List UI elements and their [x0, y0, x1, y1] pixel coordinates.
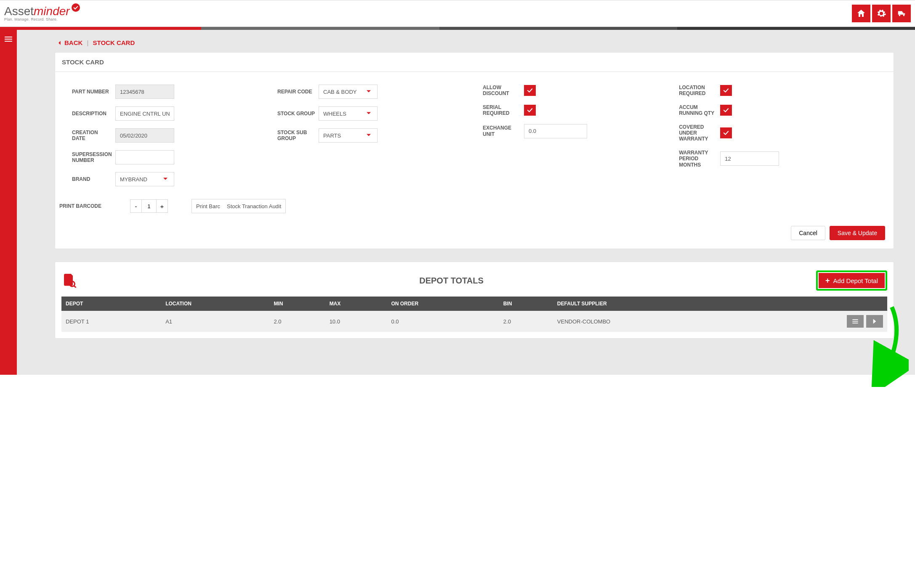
accum-running-qty-label: ACCUM RUNNING QTY [679, 104, 717, 117]
cell-location: A1 [161, 311, 269, 332]
cell-onorder: 0.0 [387, 311, 499, 332]
stock-sub-group-select[interactable]: PARTS [319, 128, 378, 143]
depot-title: DEPOT TOTALS [87, 276, 816, 286]
col-depot: DEPOT [61, 297, 161, 311]
logo: Assetminder Plan. Manage. Record. Share. [4, 5, 80, 21]
allow-discount-checkbox[interactable] [524, 85, 536, 96]
warranty-months-label: WARRANTY PERIOD MONTHS [679, 150, 717, 168]
print-barcode-button[interactable]: Print Barc [192, 199, 223, 213]
row-list-icon[interactable] [847, 315, 864, 328]
qty-minus-button[interactable]: - [130, 199, 142, 213]
gear-icon[interactable] [872, 5, 891, 22]
back-label: BACK [64, 39, 82, 46]
chevron-down-icon [364, 87, 373, 97]
chevron-down-icon [161, 175, 170, 184]
logo-check-icon [72, 3, 80, 12]
covered-warranty-checkbox[interactable] [720, 127, 732, 138]
supersession-label: SUPERSESSION NUMBER [72, 151, 112, 164]
stock-sub-group-label: STOCK SUB GROUP [277, 130, 315, 142]
brand-select[interactable]: MYBRAND [115, 172, 174, 186]
home-icon[interactable] [852, 5, 870, 22]
cell-depot: DEPOT 1 [61, 311, 161, 332]
report-icon[interactable] [61, 273, 87, 289]
brand-value: MYBRAND [120, 176, 147, 183]
depot-table: DEPOT LOCATION MIN MAX ON ORDER BIN DEFA… [61, 297, 887, 332]
col-supplier: DEFAULT SUPPLIER [553, 297, 747, 311]
chevron-down-icon [364, 109, 373, 119]
app-header: Assetminder Plan. Manage. Record. Share.… [0, 0, 915, 27]
logo-text-asset: Asset [4, 5, 34, 18]
repair-code-value: CAB & BODY [323, 89, 356, 95]
cell-supplier: VENDOR-COLOMBO [553, 311, 747, 332]
svg-line-3 [74, 286, 76, 288]
logo-text-minder: minder [34, 5, 70, 18]
brand-label: BRAND [72, 176, 112, 182]
stock-group-value: WHEELS [323, 111, 346, 117]
breadcrumb: BACK | STOCK CARD [17, 30, 915, 52]
description-label: DESCRIPTION [72, 111, 112, 117]
supersession-field[interactable] [115, 150, 174, 164]
creation-date-label: CREATION DATE [72, 130, 112, 142]
part-number-field [115, 85, 174, 99]
part-number-label: PART NUMBER [72, 89, 112, 95]
save-button[interactable]: Save & Update [830, 226, 885, 240]
accum-running-qty-checkbox[interactable] [720, 105, 732, 116]
creation-date-field [115, 128, 174, 143]
row-arrow-icon[interactable] [866, 315, 883, 328]
serial-required-label: SERIAL REQUIRED [483, 104, 521, 117]
cell-min: 2.0 [269, 311, 325, 332]
col-bin: BIN [499, 297, 553, 311]
col-min: MIN [269, 297, 325, 311]
stock-card: STOCK CARD PART NUMBER DESCRIPTION [55, 52, 894, 249]
accent-bar [0, 27, 915, 30]
quantity-stepper: - + [130, 199, 168, 213]
location-required-label: LOCATION REQUIRED [679, 85, 717, 97]
card-title: STOCK CARD [55, 53, 894, 72]
stock-sub-group-value: PARTS [323, 132, 341, 139]
exchange-unit-label: EXCHANGE UNIT [483, 125, 521, 137]
location-required-checkbox[interactable] [720, 85, 732, 96]
hamburger-icon[interactable] [5, 37, 12, 42]
allow-discount-label: ALLOW DISCOUNT [483, 85, 521, 97]
cancel-button[interactable]: Cancel [791, 226, 825, 240]
col-max: MAX [325, 297, 387, 311]
stock-group-select[interactable]: WHEELS [319, 106, 378, 121]
page-title: STOCK CARD [93, 39, 135, 46]
repair-code-label: REPAIR CODE [277, 89, 315, 95]
serial-required-checkbox[interactable] [524, 105, 536, 116]
logo-tagline: Plan. Manage. Record. Share. [4, 17, 80, 21]
qty-plus-button[interactable]: + [156, 199, 168, 213]
col-onorder: ON ORDER [387, 297, 499, 311]
cell-max: 10.0 [325, 311, 387, 332]
cell-bin: 2.0 [499, 311, 553, 332]
exchange-unit-field[interactable] [524, 124, 587, 138]
header-icons: i [852, 5, 911, 22]
stock-audit-button[interactable]: Stock Tranaction Audit [223, 199, 286, 213]
add-depot-button[interactable]: + Add Depot Total [819, 273, 885, 288]
plus-icon: + [825, 276, 830, 285]
table-row: DEPOT 1 A1 2.0 10.0 0.0 2.0 VENDOR-COLOM… [61, 311, 887, 332]
repair-code-select[interactable]: CAB & BODY [319, 85, 378, 99]
crumb-sep: | [87, 39, 88, 46]
print-barcode-label: PRINT BARCODE [59, 203, 101, 209]
qty-field[interactable] [142, 199, 156, 213]
stock-group-label: STOCK GROUP [277, 111, 315, 117]
warranty-months-field[interactable] [720, 151, 779, 166]
covered-warranty-label: COVERED UNDER WARRANTY [679, 124, 717, 142]
description-field[interactable] [115, 106, 174, 121]
sidebar [0, 30, 17, 375]
chevron-down-icon [364, 131, 373, 140]
depot-totals-card: DEPOT TOTALS + Add Depot Total DEPOT LOC… [55, 262, 894, 339]
add-depot-highlight: + Add Depot Total [816, 270, 887, 291]
col-location: LOCATION [161, 297, 269, 311]
back-link[interactable]: BACK [57, 39, 82, 46]
add-depot-label: Add Depot Total [833, 277, 878, 284]
truck-icon[interactable]: i [892, 5, 911, 22]
